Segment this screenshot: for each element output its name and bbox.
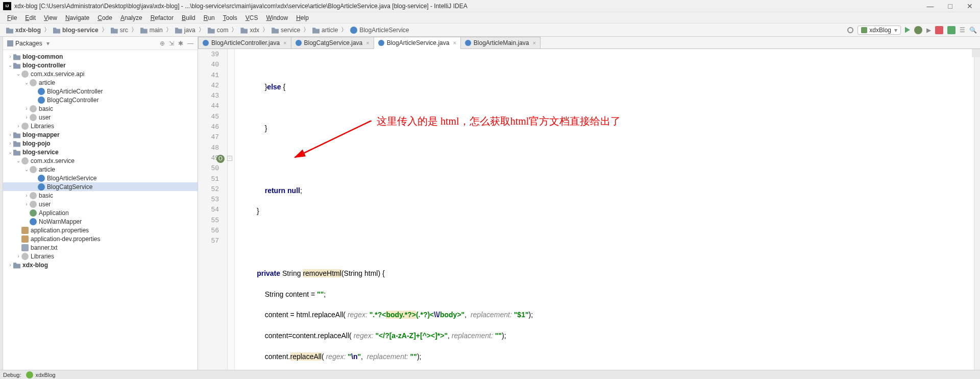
tree-twisty-icon[interactable]: › bbox=[7, 132, 13, 137]
tree-item[interactable]: ›basic bbox=[3, 191, 198, 200]
close-button[interactable]: ✕ bbox=[967, 2, 973, 10]
breadcrumb-item[interactable]: article bbox=[309, 26, 341, 34]
breadcrumb-item[interactable]: java bbox=[172, 26, 199, 34]
close-tab-icon[interactable]: × bbox=[283, 40, 286, 46]
tree-item[interactable]: ⌄com.xdx.service.api bbox=[3, 69, 198, 78]
tree-item[interactable]: ⌄article bbox=[3, 165, 198, 174]
tree-item[interactable]: BlogCatgController bbox=[3, 96, 198, 104]
tree-item[interactable]: ›user bbox=[3, 113, 198, 122]
breadcrumb-item[interactable]: xdx bbox=[237, 26, 262, 34]
tree-item[interactable]: ›basic bbox=[3, 104, 198, 113]
tree-twisty-icon[interactable]: › bbox=[7, 140, 13, 146]
run-configuration-selector[interactable]: xdxBlog▾ bbox=[857, 26, 901, 35]
breadcrumb-item[interactable]: blog-service bbox=[50, 26, 102, 34]
search-everywhere-icon[interactable]: 🔍 bbox=[969, 27, 977, 34]
tree-item[interactable]: BlogArticleService bbox=[3, 174, 198, 182]
stop-button-icon[interactable] bbox=[935, 26, 943, 34]
tree-item[interactable]: application-dev.properties bbox=[3, 234, 198, 243]
menu-build[interactable]: Build bbox=[178, 13, 200, 22]
menu-code[interactable]: Code bbox=[93, 13, 116, 22]
breadcrumb-item[interactable]: src bbox=[108, 26, 131, 34]
breadcrumb-item[interactable]: main bbox=[137, 26, 166, 34]
tree-twisty-icon[interactable]: ⌄ bbox=[15, 71, 21, 77]
tree-twisty-icon[interactable]: ⌄ bbox=[7, 62, 13, 68]
tree-item[interactable]: ⌄blog-service bbox=[3, 148, 198, 156]
breadcrumb-item[interactable]: xdx-blog bbox=[3, 26, 44, 34]
menu-analyze[interactable]: Analyze bbox=[116, 13, 146, 22]
tree-item[interactable]: Application bbox=[3, 208, 198, 217]
project-structure-icon[interactable]: ☰ bbox=[960, 27, 965, 34]
menu-window[interactable]: Window bbox=[262, 13, 292, 22]
tree-item[interactable]: ›Libraries bbox=[3, 252, 198, 260]
menu-help[interactable]: Help bbox=[292, 13, 313, 22]
error-stripe[interactable] bbox=[974, 49, 980, 379]
tree-twisty-icon[interactable]: ⌄ bbox=[23, 167, 30, 172]
tree-twisty-icon[interactable]: ⌄ bbox=[15, 158, 21, 163]
menu-refactor[interactable]: Refactor bbox=[146, 13, 178, 22]
minimize-button[interactable]: — bbox=[927, 2, 934, 10]
breadcrumb-item[interactable]: service bbox=[268, 26, 303, 34]
scroll-from-source-icon[interactable]: ⊕ bbox=[160, 40, 165, 47]
close-tab-icon[interactable]: × bbox=[366, 40, 369, 46]
editor-tab[interactable]: BlogArticleMain.java× bbox=[460, 37, 541, 49]
dir-icon bbox=[13, 131, 20, 138]
breadcrumb-item[interactable]: com bbox=[205, 26, 232, 34]
tree-twisty-icon[interactable]: › bbox=[23, 201, 30, 207]
scope-target-icon[interactable] bbox=[847, 27, 853, 33]
menu-file[interactable]: File bbox=[3, 13, 21, 22]
menu-view[interactable]: View bbox=[40, 13, 61, 22]
menu-tools[interactable]: Tools bbox=[219, 13, 241, 22]
project-tree[interactable]: ›blog-common⌄blog-controller⌄com.xdx.ser… bbox=[3, 50, 198, 370]
tree-twisty-icon[interactable]: › bbox=[15, 123, 21, 129]
tree-twisty-icon[interactable]: › bbox=[15, 253, 21, 259]
tree-item[interactable]: ⌄com.xdx.service bbox=[3, 156, 198, 165]
panel-settings-icon[interactable]: ✱ bbox=[178, 40, 183, 47]
debug-button-icon[interactable] bbox=[914, 26, 922, 34]
code-editor[interactable]: }else { } return null; } private String … bbox=[235, 49, 974, 379]
menu-edit[interactable]: Edit bbox=[21, 13, 40, 22]
tree-twisty-icon[interactable]: ⌄ bbox=[23, 80, 30, 85]
tree-twisty-icon[interactable]: › bbox=[23, 106, 30, 111]
debug-toolwindow-button[interactable]: Debug: bbox=[3, 372, 21, 378]
close-tab-icon[interactable]: × bbox=[453, 40, 456, 46]
line-number: 46 bbox=[198, 123, 227, 133]
tree-item[interactable]: ›xdx-blog bbox=[3, 260, 198, 269]
tree-twisty-icon[interactable]: › bbox=[23, 193, 30, 198]
tree-item[interactable]: ›Libraries bbox=[3, 122, 198, 130]
tree-item[interactable]: ⌄article bbox=[3, 78, 198, 87]
tree-item[interactable]: ›blog-common bbox=[3, 52, 198, 61]
menu-vcs[interactable]: VCS bbox=[241, 13, 262, 22]
editor-tab[interactable]: BlogArticleService.java× bbox=[374, 37, 461, 49]
line-number: 39 bbox=[198, 51, 227, 61]
tree-item[interactable]: banner.txt bbox=[3, 243, 198, 252]
tree-item[interactable]: BlogCatgService bbox=[3, 182, 198, 191]
tree-twisty-icon[interactable]: ⌄ bbox=[7, 149, 13, 155]
tree-item[interactable]: ›blog-pojo bbox=[3, 139, 198, 148]
tree-item[interactable]: ›user bbox=[3, 200, 198, 208]
tree-item[interactable]: ›blog-mapper bbox=[3, 130, 198, 139]
tree-twisty-icon[interactable]: › bbox=[7, 262, 13, 268]
fold-marker-icon[interactable]: − bbox=[227, 156, 232, 161]
code-line: } bbox=[241, 206, 974, 216]
close-tab-icon[interactable]: × bbox=[533, 40, 536, 46]
tree-item[interactable]: application.properties bbox=[3, 226, 198, 234]
maximize-button[interactable]: □ bbox=[948, 2, 952, 10]
editor-tab[interactable]: BlogArticleController.java× bbox=[198, 37, 291, 49]
tree-twisty-icon[interactable]: › bbox=[23, 114, 30, 120]
menu-run[interactable]: Run bbox=[200, 13, 219, 22]
breadcrumbs[interactable]: xdx-blog〉blog-service〉src〉main〉java〉com〉… bbox=[3, 26, 412, 34]
run-button-icon[interactable] bbox=[905, 27, 910, 33]
editor-tab[interactable]: BlogCatgService.java× bbox=[291, 37, 374, 49]
expand-all-icon[interactable]: ⇲ bbox=[169, 40, 174, 47]
tree-item[interactable]: BlogArticleController bbox=[3, 87, 198, 96]
menu-navigate[interactable]: Navigate bbox=[61, 13, 93, 22]
tree-item[interactable]: ⌄blog-controller bbox=[3, 61, 198, 69]
tree-twisty-icon[interactable]: › bbox=[7, 54, 13, 59]
update-button-icon[interactable] bbox=[947, 26, 955, 34]
coverage-button-icon[interactable]: ▶ bbox=[926, 27, 931, 34]
hide-panel-icon[interactable]: — bbox=[187, 40, 193, 47]
breadcrumb-item[interactable]: BlogArticleService bbox=[347, 26, 412, 34]
override-marker-icon[interactable]: O bbox=[216, 155, 225, 163]
run-toolwindow-label[interactable]: xdxBlog bbox=[35, 372, 55, 378]
tree-item[interactable]: NoWarnMapper bbox=[3, 217, 198, 226]
